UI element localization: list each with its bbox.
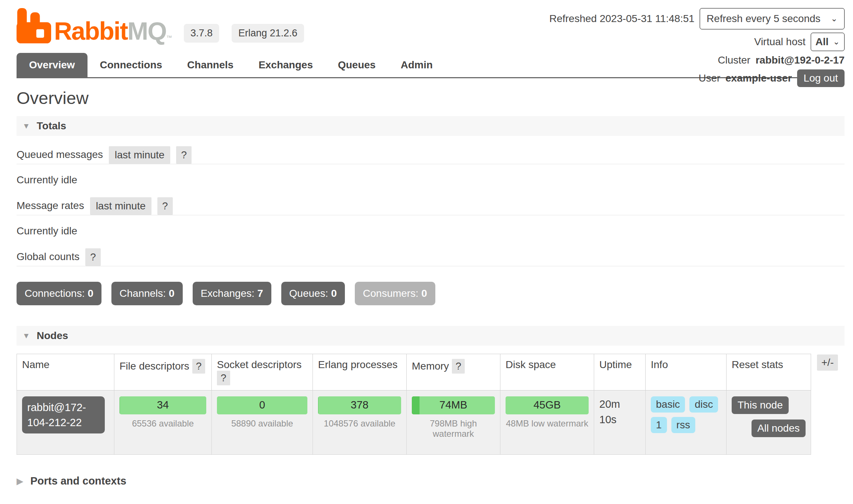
erlang-version-badge: Erlang 21.2.6 [232, 24, 304, 43]
info-badge-disc: disc [689, 396, 718, 413]
user-row: User example-user Log out [699, 69, 845, 87]
col-uptime: Uptime [594, 354, 646, 390]
tab-channels[interactable]: Channels [175, 53, 246, 77]
column-toggle-button[interactable]: +/- [817, 354, 838, 371]
uptime-value: 20m 10s [599, 396, 640, 427]
meter-value: 74MB [412, 399, 495, 411]
logout-button[interactable]: Log out [797, 69, 845, 87]
disk-space-meter: 45GB [506, 396, 589, 414]
refresh-row: Refreshed 2023-05-31 11:48:51 Refresh ev… [549, 8, 845, 29]
nodes-header-row: Name File descriptors ? Socket descripto… [17, 354, 811, 390]
queued-messages-row: Queued messages last minute ? [17, 146, 845, 164]
collapse-triangle-icon: ▼ [22, 122, 30, 130]
socket-descriptors-available: 58890 available [217, 418, 307, 429]
uptime-line: 10s [599, 412, 640, 427]
meter-value: 378 [318, 399, 401, 411]
meter-value: 0 [217, 399, 307, 411]
global-count-consumers: Consumers:0 [355, 282, 435, 305]
tab-overview[interactable]: Overview [17, 53, 88, 77]
section-ports-and-contexts[interactable]: ▶ Ports and contexts [17, 475, 845, 487]
reset-stats-cell: This node All nodes [727, 390, 811, 455]
page: RabbitMQ™ 3.7.8 Erlang 21.2.6 Refreshed … [0, 0, 853, 504]
global-count-connections[interactable]: Connections:0 [17, 282, 101, 305]
tab-queues[interactable]: Queues [325, 53, 388, 77]
expand-arrow-icon: ▶ [17, 476, 23, 486]
count-label: Channels: [119, 288, 166, 299]
global-count-exchanges[interactable]: Exchanges:7 [193, 282, 271, 305]
global-count-channels[interactable]: Channels:0 [111, 282, 183, 305]
brand-rabbit: Rabbit [54, 17, 128, 45]
count-label: Exchanges: [201, 288, 254, 299]
message-rates-range-tab[interactable]: last minute [90, 197, 151, 215]
col-label: Uptime [599, 359, 632, 370]
global-count-queues[interactable]: Queues:0 [281, 282, 345, 305]
virtual-host-label: Virtual host [754, 36, 806, 48]
count-value: 0 [169, 288, 175, 299]
nodes-table: Name File descriptors ? Socket descripto… [17, 354, 811, 455]
tab-admin[interactable]: Admin [388, 53, 445, 77]
collapse-triangle-icon: ▼ [22, 331, 30, 340]
col-info: Info [646, 354, 727, 390]
global-counts-badges: Connections:0 Channels:0 Exchanges:7 Que… [17, 282, 845, 305]
node-name-badge[interactable]: rabbit@172-104-212-22 [22, 396, 105, 433]
cluster-label: Cluster [718, 54, 750, 66]
col-label: Erlang processes [318, 359, 397, 370]
brand-mq: MQ [128, 17, 167, 45]
virtual-host-select[interactable]: All ⌄ [811, 33, 845, 51]
col-memory: Memory ? [407, 354, 500, 390]
message-rates-help[interactable]: ? [157, 197, 173, 215]
refreshed-timestamp: Refreshed 2023-05-31 11:48:51 [549, 13, 695, 25]
file-descriptors-help[interactable]: ? [192, 359, 206, 374]
memory-meter: 74MB [412, 396, 495, 414]
reset-all-nodes-button[interactable]: All nodes [752, 420, 806, 437]
socket-descriptors-cell: 0 58890 available [212, 390, 313, 455]
reset-this-node-button[interactable]: This node [732, 396, 789, 414]
trademark-symbol: ™ [166, 35, 171, 41]
user-name: example-user [725, 72, 792, 84]
totals-section-header[interactable]: ▼ Totals [17, 116, 845, 136]
refresh-interval-select[interactable]: Refresh every 5 seconds ⌄ [700, 8, 845, 29]
memory-watermark: 798MB high watermark [412, 418, 495, 439]
info-cell: basic disc 1 rss [646, 390, 727, 455]
file-descriptors-available: 65536 available [119, 418, 206, 429]
node-name-cell: rabbit@172-104-212-22 [17, 390, 114, 455]
uptime-line: 20m [599, 396, 640, 412]
section-label: Ports and contexts [30, 475, 126, 487]
count-value: 0 [88, 288, 93, 299]
memory-help[interactable]: ? [452, 359, 465, 374]
count-label: Queues: [289, 288, 328, 299]
col-socket-descriptors: Socket descriptors ? [212, 354, 313, 390]
info-badge-basic: basic [651, 396, 685, 413]
file-descriptors-meter: 34 [119, 396, 206, 414]
version-badge: 3.7.8 [184, 24, 219, 43]
queued-messages-help[interactable]: ? [176, 146, 192, 164]
queued-messages-label: Queued messages [17, 149, 103, 164]
queued-messages-range-tab[interactable]: last minute [109, 146, 170, 164]
col-label: Name [22, 359, 50, 370]
header-right: Refreshed 2023-05-31 11:48:51 Refresh ev… [549, 8, 845, 87]
global-counts-row: Global counts ? [17, 248, 845, 266]
nodes-table-zone: Name File descriptors ? Socket descripto… [17, 354, 845, 455]
tab-exchanges[interactable]: Exchanges [246, 53, 325, 77]
message-rates-row: Message rates last minute ? [17, 197, 845, 215]
col-reset-stats: Reset stats [727, 354, 811, 390]
meter-value: 34 [119, 399, 206, 411]
message-rates-idle-status: Currently idle [17, 225, 845, 237]
socket-descriptors-meter: 0 [217, 396, 307, 414]
col-erlang-processes: Erlang processes [313, 354, 407, 390]
count-label: Consumers: [363, 288, 418, 299]
user-label: User [699, 72, 720, 84]
chevron-down-icon: ⌄ [833, 37, 840, 47]
socket-descriptors-help[interactable]: ? [217, 371, 230, 385]
nodes-section-header[interactable]: ▼ Nodes [17, 326, 845, 346]
erlang-processes-available: 1048576 available [318, 418, 401, 429]
uptime-cell: 20m 10s [594, 390, 646, 455]
erlang-processes-meter: 378 [318, 396, 401, 414]
count-value: 0 [331, 288, 337, 299]
tab-connections[interactable]: Connections [88, 53, 175, 77]
count-value: 7 [257, 288, 263, 299]
rabbitmq-rabbit-icon [17, 8, 52, 43]
nodes-heading: Nodes [37, 330, 68, 342]
global-counts-help[interactable]: ? [85, 248, 101, 266]
brand-wordmark: RabbitMQ™ [54, 18, 171, 43]
